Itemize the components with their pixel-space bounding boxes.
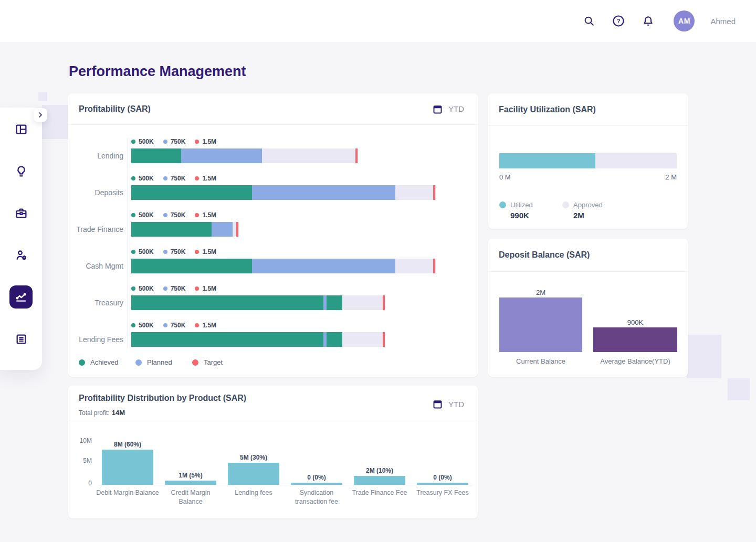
distribution-period-label: YTD: [448, 400, 464, 409]
facility-utilization-card: Facility Utilization (SAR) 0 M 2 M Utili…: [488, 93, 688, 229]
avatar[interactable]: AM: [674, 10, 695, 31]
achieved-bar-segment: [131, 148, 181, 163]
sidebar: [0, 108, 42, 370]
profitability-row-label: Trade Finance: [74, 222, 123, 237]
legend-item-planned: Planned: [135, 358, 192, 366]
planned-dot-icon: [163, 176, 167, 180]
bar-value-label: 8M (60%): [96, 441, 159, 448]
row-marker-value: 750K: [171, 138, 186, 145]
planned-bar-segment: [252, 259, 395, 273]
performance-management-page: ? AM Ahmed: [0, 0, 756, 542]
total-profit-value: 14M: [112, 409, 125, 417]
page-title: Performance Management: [69, 63, 246, 80]
user-settings-icon: [15, 249, 28, 262]
utilized-dot-icon: [499, 201, 506, 208]
user-name: Ahmed: [710, 17, 736, 26]
bar-value-label: 5M (30%): [222, 454, 285, 461]
target-dot-icon: [195, 213, 199, 217]
sidebar-item-user-management[interactable]: [9, 243, 33, 267]
decorative-square: [728, 378, 750, 400]
distribution-period-selector[interactable]: YTD: [432, 398, 464, 410]
row-marker: 1.5M: [195, 211, 216, 219]
achieved-bar-segment: [131, 222, 212, 237]
bar-category-label: Current Balance: [499, 357, 582, 365]
sidebar-items: [0, 108, 42, 350]
planned-dot-icon: [163, 250, 167, 254]
row-marker: 1.5M: [195, 175, 216, 182]
calendar-icon: [432, 398, 443, 410]
profitability-row: Trade Finance500K750K1.5M: [74, 211, 472, 248]
achieved-dot-icon: [131, 213, 135, 217]
bullet-bar: [131, 259, 470, 273]
distribution-title: Profitability Distribution by Product (S…: [79, 394, 246, 403]
profitability-title: Profitability (SAR): [79, 104, 151, 114]
sidebar-item-performance[interactable]: [9, 285, 33, 309]
profitability-row-label: Lending Fees: [74, 332, 123, 347]
target-dot-icon: [195, 140, 199, 144]
bar-value-label: 0 (0%): [285, 474, 348, 481]
row-marker: 500K: [131, 285, 154, 292]
row-marker: 750K: [163, 248, 186, 256]
svg-text:?: ?: [617, 18, 621, 24]
legend-label: Target: [204, 358, 223, 366]
sidebar-item-reports[interactable]: [9, 327, 33, 350]
row-marker-value: 500K: [139, 248, 154, 256]
distribution-bar: [165, 481, 216, 485]
utilization-bar-track: [499, 153, 677, 168]
row-marker-value: 500K: [139, 138, 154, 145]
legend-item-target: Target: [192, 358, 249, 366]
y-tick-5m: 5M: [74, 457, 92, 464]
profitability-period-selector[interactable]: YTD: [432, 103, 464, 115]
deposit-title: Deposit Balance (SAR): [499, 250, 590, 260]
row-marker-value: 750K: [171, 322, 186, 329]
utilized-label: Utilized: [510, 201, 533, 209]
row-marker: 1.5M: [195, 322, 216, 329]
notifications-bell-icon[interactable]: [641, 14, 655, 28]
help-icon[interactable]: ?: [612, 14, 625, 28]
target-dot-icon: [195, 250, 199, 254]
target-dot-icon: [195, 286, 199, 291]
row-marker-value: 1.5M: [202, 285, 216, 292]
planned-dot-icon: [163, 323, 167, 327]
bar-category-label: Treasury FX Fees: [411, 488, 474, 497]
profitability-card: Profitability (SAR) YTD Lending500K750K1…: [68, 93, 478, 377]
bar-value-label: 2M: [499, 289, 582, 296]
row-marker-value: 500K: [139, 211, 154, 219]
briefcase-icon: [15, 207, 28, 220]
row-marker-value: 1.5M: [202, 211, 216, 219]
sidebar-item-insights[interactable]: [9, 160, 33, 183]
deposit-bar: [593, 327, 677, 352]
bar-value-label: 1M (5%): [159, 472, 222, 479]
bar-value-label: 0 (0%): [411, 474, 474, 481]
distribution-card-header: Profitability Distribution by Product (S…: [68, 386, 478, 420]
sidebar-item-portfolio[interactable]: [9, 201, 33, 225]
profitability-row-label: Treasury: [74, 295, 123, 310]
achieved-bar-segment: [131, 259, 252, 273]
achieved-bar-segment: [327, 332, 342, 347]
legend-label: Planned: [147, 358, 172, 366]
profitability-rows: Lending500K750K1.5MDeposits500K750K1.5MT…: [74, 138, 472, 358]
sidebar-expand-button[interactable]: [34, 108, 47, 122]
row-marker: 500K: [131, 211, 154, 219]
approved-dot-icon: [562, 201, 569, 208]
profitability-row-chart: 500K750K1.5M: [131, 285, 470, 310]
sidebar-item-dashboard[interactable]: [9, 118, 33, 141]
achieved-bar-segment: [131, 332, 323, 347]
lightbulb-icon: [15, 165, 28, 178]
top-bar: ? AM Ahmed: [0, 0, 756, 42]
row-marker-value: 750K: [171, 248, 186, 256]
planned-dot-icon: [163, 286, 167, 291]
search-icon[interactable]: [582, 14, 596, 28]
row-marker-legend: 500K750K1.5M: [131, 175, 470, 182]
distribution-bar: [102, 450, 153, 485]
profitability-row: Treasury500K750K1.5M: [74, 285, 472, 322]
achieved-bar-segment: [327, 295, 342, 310]
y-tick-10m: 10M: [74, 437, 92, 444]
profitability-row-label: Deposits: [74, 185, 123, 200]
row-marker: 500K: [131, 322, 154, 329]
approved-label: Approved: [573, 201, 603, 209]
utilization-axis-labels: 0 M 2 M: [499, 173, 677, 181]
planned-bar-segment: [181, 148, 262, 163]
bar-category-label: Lending fees: [222, 488, 285, 497]
distribution-card: Profitability Distribution by Product (S…: [68, 386, 478, 518]
